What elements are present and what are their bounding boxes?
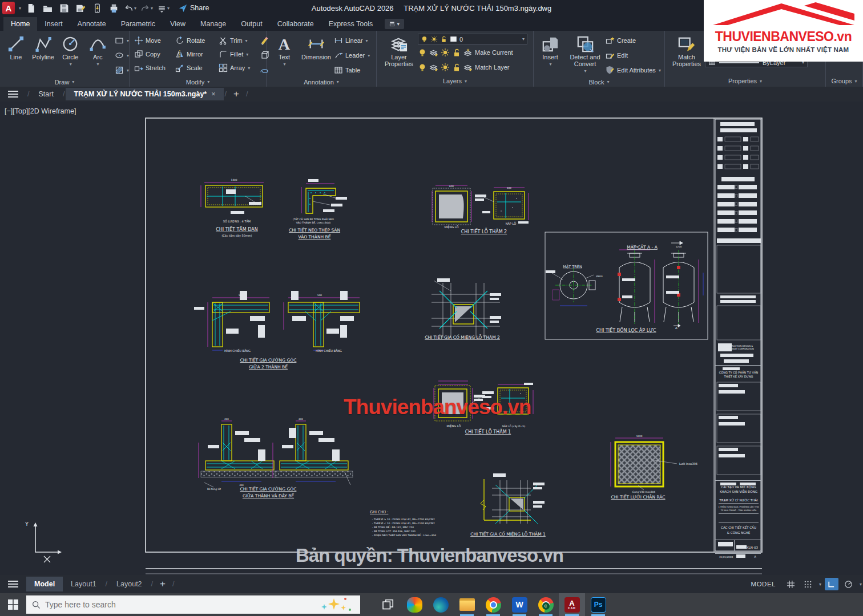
button-fillet[interactable]: Fillet▾ <box>219 47 260 61</box>
panel-title-label: Block <box>589 79 604 86</box>
taskbar-file-explorer-button[interactable] <box>454 593 480 616</box>
button-detect-and-convert[interactable]: Detect and Convert▾ <box>564 34 606 74</box>
panel-title-annotation[interactable]: Annotation▾ <box>267 77 376 87</box>
button-edit-attributes[interactable]: Edit Attributes▾ <box>606 63 661 77</box>
panel-title-modify[interactable]: Modify▾ <box>130 77 266 87</box>
button-hatch[interactable]: ▾ <box>115 63 129 77</box>
taskbar-task-view-button[interactable] <box>375 593 401 616</box>
title-block-cell <box>719 513 759 514</box>
panel-layers-body: Layer Properties0▾Make CurrentMatch Laye… <box>377 31 533 75</box>
button-trim[interactable]: Trim▾ <box>219 34 260 47</box>
button-line[interactable]: Line <box>2 34 30 60</box>
polar-toggle[interactable] <box>842 578 856 590</box>
chevron-down-icon[interactable]: ▾ <box>819 582 821 587</box>
new-file-button[interactable] <box>25 2 37 14</box>
open-folder-button[interactable] <box>41 2 54 14</box>
button-leader[interactable]: Leader▾ <box>334 48 370 62</box>
button-match-layer[interactable]: Match Layer <box>418 60 527 74</box>
tab-document[interactable]: TRẠM XỬ LÝ NƯỚC THẢI 150m3.ngày* × <box>66 88 223 100</box>
tab-layout2[interactable]: Layout2 <box>108 577 150 591</box>
tab-separator: / <box>225 90 227 98</box>
button-rectangle[interactable]: ▾ <box>115 34 129 47</box>
button-dimension[interactable]: Dimension <box>299 34 334 60</box>
model-space-button[interactable]: MODEL <box>746 578 781 590</box>
ribbon-tab-output[interactable]: Output <box>233 17 270 31</box>
fillet <box>219 50 228 59</box>
drawing-canvas[interactable]: [−][Top][2D Wireframe] <box>0 102 863 575</box>
taskbar-photoshop-button[interactable]: Ps <box>585 593 611 616</box>
panel-title-layers[interactable]: Layers▾ <box>377 75 533 87</box>
button-copy[interactable]: Copy <box>134 47 175 61</box>
chevron-down-icon[interactable]: ▾ <box>19 6 21 11</box>
button-rotate[interactable]: Rotate <box>175 34 219 47</box>
new-tab-button[interactable]: + <box>228 88 245 100</box>
taskbar-chrome-profile-button[interactable]: c <box>533 593 559 616</box>
redo-button[interactable]: ▾ <box>140 2 153 14</box>
snap-toggle[interactable] <box>801 578 815 590</box>
button-move[interactable]: Move <box>134 34 175 47</box>
button-arc[interactable]: Arc▾ <box>84 34 111 67</box>
share-button[interactable]: Share <box>179 4 209 13</box>
button-edit[interactable]: Edit <box>606 48 661 62</box>
button-make-current[interactable]: Make Current <box>418 46 527 59</box>
ribbon-tab-express-tools[interactable]: Express Tools <box>321 17 381 31</box>
button-create[interactable]: Create <box>606 34 661 47</box>
button-layer-properties[interactable]: Layer Properties <box>380 34 418 67</box>
title-block-cell <box>720 295 756 298</box>
taskbar-chrome-button[interactable] <box>480 593 506 616</box>
button-match-properties[interactable]: Match Properties <box>668 34 705 67</box>
save-as-button[interactable] <box>74 2 87 14</box>
button-insert[interactable]: Insert▾ <box>536 34 564 67</box>
button-circle[interactable]: Circle▾ <box>57 34 84 67</box>
button-array[interactable]: Array▾ <box>219 61 260 75</box>
button-scale[interactable]: Scale <box>175 61 219 75</box>
autocad-app-icon[interactable]: A <box>2 2 15 14</box>
button-ellipse[interactable]: ▾ <box>115 48 129 62</box>
viewport-controls-label[interactable]: [−][Top][2D Wireframe] <box>5 107 76 115</box>
grid-toggle[interactable] <box>784 578 798 590</box>
ortho-toggle[interactable] <box>825 578 838 590</box>
taskbar-copilot-button[interactable] <box>401 593 428 616</box>
button-polyline[interactable]: Polyline <box>30 34 57 60</box>
customize-button[interactable]: ▾ <box>157 2 170 14</box>
button-stretch[interactable]: Stretch <box>134 61 175 75</box>
undo-button[interactable]: ▾ <box>124 2 136 14</box>
panel-block: Insert▾Detect and Convert▾CreateEditEdit… <box>534 31 665 87</box>
panel-title-draw[interactable]: Draw▾ <box>0 77 129 87</box>
open-from-mobile-button[interactable] <box>91 2 103 14</box>
chevron-down-icon[interactable]: ▾ <box>860 582 862 587</box>
new-layout-button[interactable]: + <box>154 578 171 590</box>
close-tab-icon[interactable]: × <box>211 90 215 98</box>
taskbar-search[interactable] <box>26 595 360 614</box>
save-button[interactable] <box>58 2 70 14</box>
button-text[interactable]: AText▾ <box>270 34 299 67</box>
search-input[interactable] <box>45 600 316 609</box>
ribbon-tab-collaborate[interactable]: Collaborate <box>270 17 321 31</box>
tab-model[interactable]: Model <box>26 577 63 591</box>
tab-layout1[interactable]: Layout1 <box>63 577 104 591</box>
file-tabs-menu-icon[interactable] <box>8 91 18 98</box>
button-label: Trim <box>230 37 243 44</box>
panel-title-groups[interactable]: Groups▾ <box>826 75 862 87</box>
plot-button[interactable] <box>107 2 120 14</box>
ribbon-tab-insert[interactable]: Insert <box>37 17 70 31</box>
layout-menu-icon[interactable] <box>8 581 18 587</box>
button-table[interactable]: Table <box>334 63 370 77</box>
ribbon-tab-home[interactable]: Home <box>3 17 37 31</box>
button-mirror[interactable]: Mirror <box>175 47 219 61</box>
taskbar-word-button[interactable]: W <box>506 593 533 616</box>
panel-title-block[interactable]: Block▾ <box>534 77 664 87</box>
makecurrent <box>463 48 473 57</box>
layer-dropdown[interactable]: 0▾ <box>418 34 527 44</box>
ribbon-tab-annotate[interactable]: Annotate <box>70 17 114 31</box>
taskbar-edge-button[interactable] <box>428 593 454 616</box>
ribbon-tab-parametric[interactable]: Parametric <box>114 17 163 31</box>
ribbon-tab-manage[interactable]: Manage <box>193 17 233 31</box>
taskbar-autocad-button[interactable]: ACAD <box>559 593 585 616</box>
button-linear[interactable]: Linear▾ <box>334 34 370 47</box>
ribbon-collapse-button[interactable]: ▾ <box>380 19 404 31</box>
start-button[interactable] <box>0 593 26 616</box>
tab-start[interactable]: Start <box>30 88 61 100</box>
panel-title-properties[interactable]: Properties▾ <box>665 75 825 87</box>
ribbon-tab-view[interactable]: View <box>163 17 193 31</box>
